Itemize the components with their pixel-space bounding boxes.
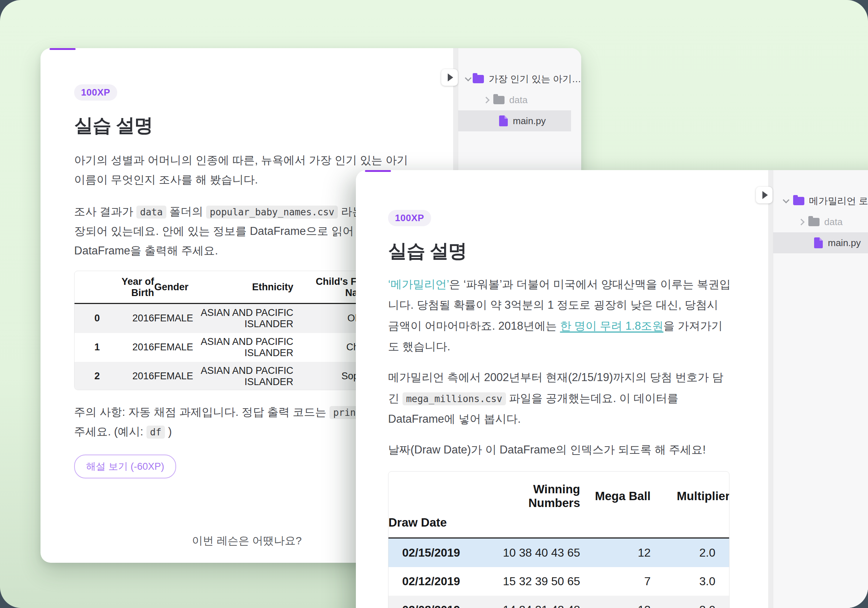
table-header-row: Winning Numbers Mega Ball Multiplier [388, 471, 730, 512]
column-header-index [74, 271, 100, 304]
chevron-down-icon [465, 77, 471, 81]
right-arrow-icon [763, 191, 768, 199]
chevron-down-icon [780, 199, 792, 204]
table-row: 02/12/201915 32 39 50 6573.0 [388, 567, 730, 596]
show-solution-button[interactable]: 해설 보기 (-60XP) [74, 454, 176, 479]
xp-badge: 100XP [74, 84, 117, 101]
lesson-window-mega-millions: 100XP 실습 설명 ‘메가밀리언’은 ‘파워볼’과 더불어 미국에서 양대산… [356, 170, 868, 608]
screen-background: 100XP 실습 설명 아기의 성별과 어머니의 인종에 따른, 뉴욕에서 가장… [0, 0, 868, 608]
table-row: 22016FEMALEASIAN AND PACIFIC ISLANDERSop… [74, 362, 371, 390]
inline-code-data-folder: data [136, 205, 166, 219]
xp-badge: 100XP [388, 210, 431, 226]
mega-millions-link[interactable]: ‘메가밀리언’ [388, 278, 449, 291]
description-paragraph-2: 메가밀리언 측에서 2002년부터 현재(2/15/19)까지의 당첨 번호가 … [388, 367, 732, 429]
file-tree-main-py[interactable]: main.py [458, 110, 571, 131]
panel-collapse-button[interactable] [756, 187, 772, 204]
description-paragraph-3: 날짜(Draw Date)가 이 DataFrame의 인덱스가 되도록 해 주… [388, 439, 732, 460]
column-header-winning-numbers: Winning Numbers [478, 471, 580, 512]
folder-icon [493, 96, 505, 104]
folder-icon [793, 197, 804, 205]
file-tree-data-folder[interactable]: data [773, 211, 868, 232]
table-row: 12016FEMALEASIAN AND PACIFIC ISLANDERChl… [74, 333, 371, 362]
file-tree-root-folder[interactable]: 가장 인기 있는 아기… [458, 68, 581, 89]
inline-code-csv-filename: popular_baby_names.csv [206, 205, 338, 219]
content-scrollbar[interactable] [768, 170, 773, 608]
scroll-progress-bar [365, 170, 391, 172]
file-tree-root-folder[interactable]: 메가밀리언 로또 당첨 번호 [773, 190, 868, 211]
inline-code-df: df [146, 426, 165, 439]
table-header-row: Year of Birth Gender Ethnicity Child's F… [74, 271, 371, 304]
dataframe-preview-baby-names: Year of Birth Gender Ethnicity Child's F… [74, 271, 371, 390]
dataframe-preview-mega-millions: Winning Numbers Mega Ball Multiplier Dra… [388, 471, 730, 608]
column-header-year: Year of Birth [100, 271, 154, 304]
jackpot-news-link[interactable]: 한 명이 무려 1.8조원 [560, 320, 663, 332]
table-row-highlighted: 02/15/201910 38 40 43 65122.0 [388, 538, 730, 567]
column-header-ethnicity: Ethnicity [188, 271, 293, 304]
description-paragraph-1: ‘메가밀리언’은 ‘파워볼’과 더불어 미국에서 양대산맥을 이루는 복권입니다… [388, 274, 732, 357]
table-row: 02016FEMALEASIAN AND PACIFIC ISLANDEROli… [74, 303, 371, 333]
table-row: 02/08/201914 24 31 42 48133.0 [388, 596, 730, 608]
chevron-right-icon [480, 98, 492, 103]
column-header-multiplier: Multiplier [651, 471, 730, 512]
panel-collapse-button[interactable] [441, 69, 458, 86]
file-tree-data-folder[interactable]: data [458, 89, 581, 110]
page-title: 실습 설명 [388, 238, 732, 264]
lesson-content-pane: 100XP 실습 설명 ‘메가밀리언’은 ‘파워볼’과 더불어 미국에서 양대산… [356, 170, 773, 608]
column-header-mega-ball: Mega Ball [580, 471, 651, 512]
page-title: 실습 설명 [74, 113, 420, 138]
inline-code-csv-filename: mega_millions.csv [403, 392, 506, 405]
folder-icon [473, 75, 484, 83]
column-header-gender: Gender [154, 271, 188, 304]
chevron-right-icon [795, 220, 807, 224]
python-file-icon [814, 237, 823, 248]
index-label-row: Draw Date [388, 512, 730, 538]
right-arrow-icon [448, 73, 453, 81]
file-tree-main-py[interactable]: main.py [773, 232, 868, 253]
file-tree-panel: 메가밀리언 로또 당첨 번호 data main.py [773, 170, 868, 608]
folder-icon [808, 218, 820, 226]
index-label-draw-date: Draw Date [388, 512, 478, 538]
python-file-icon [499, 115, 508, 126]
scroll-progress-bar [50, 48, 76, 50]
